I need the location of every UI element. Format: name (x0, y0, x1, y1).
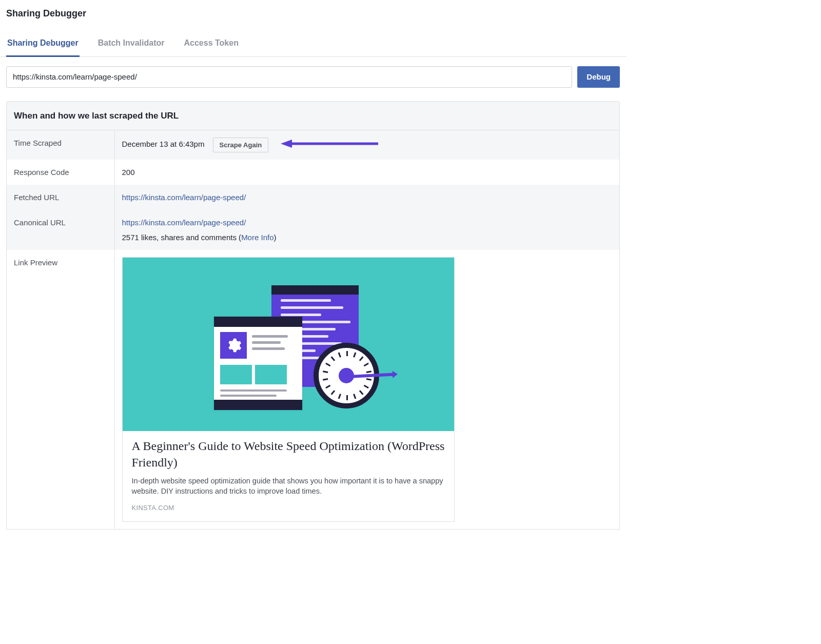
url-input[interactable] (6, 66, 572, 88)
value-fetched-url: https://kinsta.com/learn/page-speed/ (114, 185, 619, 210)
debug-input-row: Debug (0, 57, 626, 96)
preview-image (123, 258, 454, 431)
svg-marker-1 (281, 140, 292, 148)
tab-sharing-debugger[interactable]: Sharing Debugger (6, 32, 80, 56)
label-time-scraped: Time Scraped (7, 130, 114, 160)
canonical-url-link[interactable]: https://kinsta.com/learn/page-speed/ (122, 218, 246, 227)
preview-body: A Beginner's Guide to Website Speed Opti… (123, 431, 454, 521)
time-scraped-text: December 13 at 6:43pm (122, 140, 205, 149)
row-time-scraped: Time Scraped December 13 at 6:43pm Scrap… (7, 130, 619, 160)
link-preview-card[interactable]: A Beginner's Guide to Website Speed Opti… (122, 257, 455, 521)
tab-access-token[interactable]: Access Token (183, 32, 240, 56)
page-title: Sharing Debugger (0, 0, 626, 23)
debug-button[interactable]: Debug (577, 66, 620, 88)
label-fetched-url: Fetched URL (7, 185, 114, 210)
fetched-url-link[interactable]: https://kinsta.com/learn/page-speed/ (122, 193, 246, 202)
more-info-link[interactable]: More Info (241, 233, 273, 242)
panel-header: When and how we last scraped the URL (7, 102, 619, 131)
row-canonical-url: Canonical URL https://kinsta.com/learn/p… (7, 210, 619, 250)
value-response-code: 200 (114, 160, 619, 185)
preview-domain: KINSTA.COM (132, 503, 445, 513)
canonical-meta: 2571 likes, shares and comments (More In… (122, 232, 613, 243)
preview-description: In-depth website speed optimization guid… (132, 476, 445, 497)
value-canonical-url: https://kinsta.com/learn/page-speed/ 257… (114, 210, 619, 250)
page-window-icon (214, 317, 302, 410)
gear-icon (225, 337, 242, 354)
row-response-code: Response Code 200 (7, 160, 619, 185)
scrape-again-button[interactable]: Scrape Again (213, 138, 269, 152)
row-fetched-url: Fetched URL https://kinsta.com/learn/pag… (7, 185, 619, 210)
row-link-preview: Link Preview (7, 250, 619, 529)
speed-gauge-icon (314, 343, 379, 408)
label-canonical-url: Canonical URL (7, 210, 114, 250)
value-link-preview: A Beginner's Guide to Website Speed Opti… (114, 250, 619, 529)
results-table: Time Scraped December 13 at 6:43pm Scrap… (7, 130, 619, 529)
canonical-meta-prefix: 2571 likes, shares and comments ( (122, 233, 242, 242)
value-time-scraped: December 13 at 6:43pm Scrape Again (114, 130, 619, 160)
canonical-meta-suffix: ) (274, 233, 277, 242)
tabs-bar: Sharing Debugger Batch Invalidator Acces… (0, 32, 626, 56)
tab-batch-invalidator[interactable]: Batch Invalidator (97, 32, 166, 56)
preview-title: A Beginner's Guide to Website Speed Opti… (132, 438, 445, 470)
label-link-preview: Link Preview (7, 250, 114, 529)
arrow-annotation-icon (281, 139, 378, 151)
results-panel: When and how we last scraped the URL Tim… (6, 101, 620, 530)
label-response-code: Response Code (7, 160, 114, 185)
